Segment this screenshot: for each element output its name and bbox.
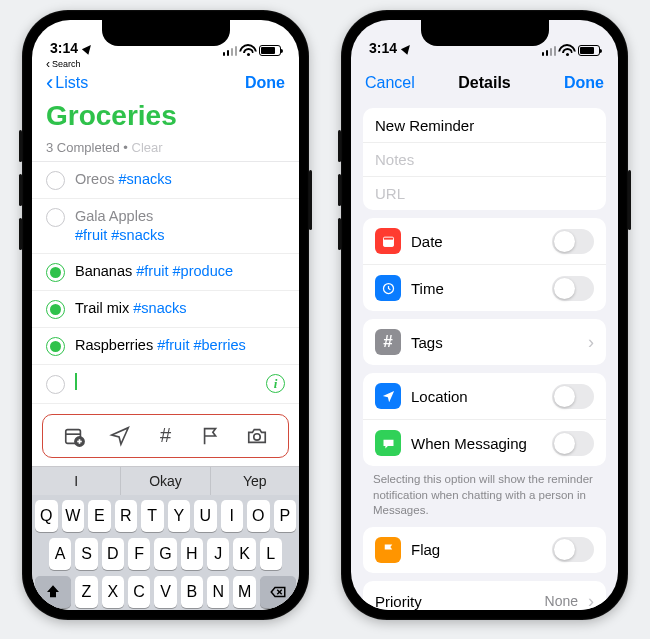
- location-icon[interactable]: [109, 425, 131, 447]
- clock-icon: [375, 275, 401, 301]
- text-cursor: [75, 373, 77, 390]
- calendar-icon: [375, 228, 401, 254]
- nav-done-button[interactable]: Done: [245, 74, 285, 92]
- item-tags[interactable]: #snacks: [133, 300, 186, 316]
- flag-row[interactable]: Flag: [363, 527, 606, 573]
- time-row[interactable]: Time: [363, 264, 606, 311]
- title-notes-group: New Reminder Notes URL: [363, 108, 606, 210]
- nav-back-label: Lists: [55, 74, 88, 92]
- list-item[interactable]: Oreos #snacks: [32, 162, 299, 199]
- url-input[interactable]: URL: [363, 176, 606, 210]
- item-tags[interactable]: #fruit #produce: [136, 263, 233, 279]
- reminders-list: Oreos #snacks Gala Apples#fruit #snacks …: [32, 162, 299, 404]
- toggle[interactable]: [552, 276, 594, 301]
- key-k[interactable]: K: [233, 538, 255, 570]
- priority-row[interactable]: Priority None ›: [363, 581, 606, 610]
- key-v[interactable]: V: [154, 576, 176, 608]
- item-tags[interactable]: #fruit #snacks: [75, 227, 164, 243]
- checkbox-icon[interactable]: [46, 171, 65, 190]
- nav-back-button[interactable]: ‹ Lists: [46, 74, 88, 92]
- suggestion[interactable]: Okay: [120, 467, 209, 495]
- key-f[interactable]: F: [128, 538, 150, 570]
- location-row[interactable]: Location: [363, 373, 606, 419]
- cancel-button[interactable]: Cancel: [365, 74, 415, 92]
- done-button[interactable]: Done: [564, 74, 604, 92]
- checkbox-icon[interactable]: [46, 208, 65, 227]
- key-i[interactable]: I: [221, 500, 244, 532]
- suggestion[interactable]: I: [32, 467, 120, 495]
- backspace-key[interactable]: [260, 576, 296, 608]
- list-item[interactable]: Bananas #fruit #produce: [32, 254, 299, 291]
- hashtag-icon[interactable]: #: [154, 425, 176, 447]
- key-y[interactable]: Y: [168, 500, 191, 532]
- key-r[interactable]: R: [115, 500, 138, 532]
- clear-button[interactable]: Clear: [132, 140, 163, 155]
- new-item-input[interactable]: i: [32, 365, 299, 404]
- key-c[interactable]: C: [128, 576, 150, 608]
- key-d[interactable]: D: [102, 538, 124, 570]
- checkbox-icon[interactable]: [46, 300, 65, 319]
- key-p[interactable]: P: [274, 500, 297, 532]
- location-arrow-icon: [401, 42, 413, 54]
- key-n[interactable]: N: [207, 576, 229, 608]
- chevron-right-icon: ›: [588, 332, 594, 353]
- messaging-row[interactable]: When Messaging: [363, 419, 606, 466]
- tags-row[interactable]: # Tags ›: [363, 319, 606, 365]
- key-a[interactable]: A: [49, 538, 71, 570]
- row-value: None: [545, 593, 578, 609]
- key-g[interactable]: G: [154, 538, 176, 570]
- notes-input[interactable]: Notes: [363, 142, 606, 176]
- key-z[interactable]: Z: [75, 576, 97, 608]
- message-icon: [375, 430, 401, 456]
- item-text: Bananas: [75, 263, 136, 279]
- tags-group: # Tags ›: [363, 319, 606, 365]
- toggle[interactable]: [552, 384, 594, 409]
- key-u[interactable]: U: [194, 500, 217, 532]
- item-tags[interactable]: #snacks: [119, 171, 172, 187]
- input-value: New Reminder: [375, 117, 594, 134]
- shift-key[interactable]: [35, 576, 71, 608]
- key-q[interactable]: Q: [35, 500, 58, 532]
- flag-icon[interactable]: [200, 425, 222, 447]
- key-o[interactable]: O: [247, 500, 270, 532]
- list-item[interactable]: Raspberries #fruit #berries: [32, 328, 299, 365]
- item-tags[interactable]: #fruit #berries: [157, 337, 246, 353]
- completed-count[interactable]: 3 Completed: [46, 140, 120, 155]
- item-text: Oreos: [75, 171, 119, 187]
- calendar-add-icon[interactable]: [63, 425, 85, 447]
- checkbox-icon[interactable]: [46, 337, 65, 356]
- keyboard-suggestions: I Okay Yep: [32, 466, 299, 495]
- checkbox-icon[interactable]: [46, 375, 65, 394]
- key-m[interactable]: M: [233, 576, 255, 608]
- key-x[interactable]: X: [102, 576, 124, 608]
- key-w[interactable]: W: [62, 500, 85, 532]
- row-label: When Messaging: [411, 435, 542, 452]
- date-row[interactable]: Date: [363, 218, 606, 264]
- cellular-icon: [223, 46, 238, 56]
- completed-summary: 3 Completed • Clear: [32, 140, 299, 162]
- battery-icon: [259, 45, 281, 56]
- camera-icon[interactable]: [246, 425, 268, 447]
- suggestion[interactable]: Yep: [210, 467, 299, 495]
- list-item[interactable]: Trail mix #snacks: [32, 291, 299, 328]
- item-text: Raspberries: [75, 337, 157, 353]
- toggle[interactable]: [552, 229, 594, 254]
- toggle[interactable]: [552, 431, 594, 456]
- toggle[interactable]: [552, 537, 594, 562]
- notch: [102, 20, 230, 46]
- reminder-title-input[interactable]: New Reminder: [363, 108, 606, 142]
- list-item[interactable]: Gala Apples#fruit #snacks: [32, 199, 299, 254]
- key-j[interactable]: J: [207, 538, 229, 570]
- key-b[interactable]: B: [181, 576, 203, 608]
- quick-actions-toolbar: #: [42, 414, 289, 458]
- breadcrumb-back[interactable]: ‹ Search: [46, 59, 81, 69]
- key-t[interactable]: T: [141, 500, 164, 532]
- key-h[interactable]: H: [181, 538, 203, 570]
- info-icon[interactable]: i: [266, 374, 285, 393]
- item-text: Trail mix: [75, 300, 133, 316]
- key-s[interactable]: S: [75, 538, 97, 570]
- key-l[interactable]: L: [260, 538, 282, 570]
- checkbox-icon[interactable]: [46, 263, 65, 282]
- phone-right: 3:14 Cancel Details Done New Reminder No…: [341, 10, 628, 620]
- key-e[interactable]: E: [88, 500, 111, 532]
